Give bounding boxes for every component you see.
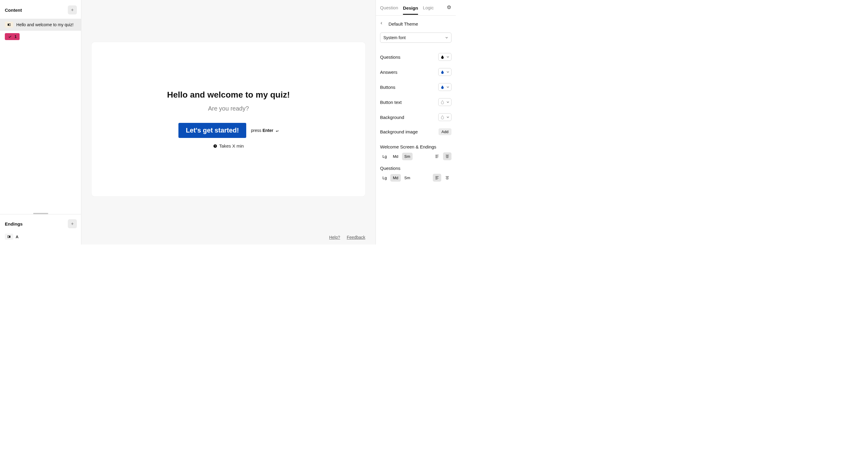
tab-logic[interactable]: Logic (423, 1, 434, 14)
questions-align-group (433, 174, 452, 181)
design-body: Default Theme System font Questions Answ… (376, 16, 456, 244)
drop-icon (440, 70, 444, 74)
ending-thumb (5, 234, 13, 240)
welcome-size-lg[interactable]: Lg (380, 153, 389, 160)
canvas-footer: Help? Feedback (329, 235, 365, 240)
align-center-icon (445, 154, 450, 158)
content-item-label: Hello and welcome to my quiz! (16, 22, 73, 28)
font-select-value: System font (383, 35, 406, 40)
label-background: Background (380, 115, 404, 120)
label-buttons: Buttons (380, 85, 396, 90)
sidebar-left: Content Hello and welcome to my quiz! 1 … (0, 0, 82, 244)
check-icon (8, 35, 12, 38)
row-answers-color: Answers (380, 64, 452, 79)
questions-controls: Lg Md Sm (380, 174, 452, 181)
svg-rect-0 (8, 24, 9, 26)
content-item-welcome[interactable]: Hello and welcome to my quiz! (0, 19, 81, 31)
content-header: Content (0, 0, 81, 19)
section-welcome-label: Welcome Screen & Endings (380, 144, 452, 150)
content-list: Hello and welcome to my quiz! 1 (0, 19, 81, 213)
welcome-size-md[interactable]: Md (390, 153, 401, 160)
questions-size-lg[interactable]: Lg (380, 174, 389, 181)
font-select[interactable]: System font (380, 33, 452, 43)
chevron-down-icon (446, 115, 450, 119)
label-questions: Questions (380, 55, 401, 60)
label-answers: Answers (380, 70, 398, 75)
color-background[interactable] (438, 113, 452, 121)
preview-card[interactable]: Hello and welcome to my quiz! Are you re… (92, 42, 365, 196)
cta-button[interactable]: Let's get started! (179, 123, 246, 138)
question-number: 1 (14, 34, 17, 39)
question-badge[interactable]: 1 (5, 33, 20, 40)
drop-icon (440, 55, 444, 59)
clock-icon (213, 144, 217, 148)
color-button-text[interactable] (438, 98, 452, 106)
welcome-align-left[interactable] (433, 153, 441, 160)
hint-enter: Enter (262, 128, 273, 133)
add-ending-button[interactable] (68, 219, 77, 228)
drop-outline-icon (440, 100, 444, 104)
plus-icon (70, 222, 74, 226)
cta-hint: press Enter ↵ (251, 128, 278, 133)
gear-icon (447, 5, 452, 10)
cta-row: Let's get started! press Enter ↵ (179, 123, 278, 138)
chevron-left-icon (380, 21, 383, 25)
chevron-down-icon (446, 86, 450, 89)
questions-size-md[interactable]: Md (390, 174, 401, 181)
plus-icon (70, 8, 74, 12)
welcome-align-group (433, 153, 452, 160)
row-questions-color: Questions (380, 49, 452, 64)
chevron-down-icon (446, 101, 450, 104)
label-button-text: Button text (380, 100, 402, 105)
endings-header: Endings (0, 214, 81, 232)
svg-rect-2 (8, 236, 9, 238)
welcome-size-sm[interactable]: Sm (402, 153, 413, 160)
row-background-image: Background image Add (380, 125, 452, 139)
welcome-controls: Lg Md Sm (380, 153, 452, 160)
welcome-size-group: Lg Md Sm (380, 153, 412, 160)
questions-align-left[interactable] (433, 174, 441, 181)
settings-button[interactable] (447, 5, 452, 11)
welcome-thumb (5, 22, 13, 28)
tab-design[interactable]: Design (403, 1, 418, 15)
svg-rect-3 (9, 236, 10, 238)
endings-title: Endings (5, 221, 23, 227)
layout-left-icon (7, 235, 11, 238)
align-left-icon (435, 154, 439, 158)
add-content-button[interactable] (68, 5, 77, 14)
tab-question[interactable]: Question (380, 1, 398, 14)
time-label: Takes X min (219, 143, 244, 148)
theme-row: Default Theme (380, 20, 452, 33)
align-left-icon (435, 175, 439, 180)
content-title: Content (5, 7, 22, 13)
canvas: Hello and welcome to my quiz! Are you re… (82, 0, 375, 244)
add-bg-image-button[interactable]: Add (438, 128, 452, 135)
row-button-text-color: Button text (380, 95, 452, 110)
design-tabs: Question Design Logic (376, 0, 456, 16)
questions-align-center[interactable] (443, 174, 452, 181)
feedback-link[interactable]: Feedback (347, 235, 365, 240)
card-subtitle[interactable]: Are you ready? (208, 105, 249, 112)
help-link[interactable]: Help? (329, 235, 340, 240)
theme-back-button[interactable] (380, 21, 383, 27)
questions-size-group: Lg Md Sm (380, 174, 412, 181)
chevron-down-icon (446, 70, 450, 73)
card-title[interactable]: Hello and welcome to my quiz! (167, 90, 290, 100)
hint-press: press (251, 128, 262, 133)
color-answers[interactable] (438, 68, 452, 76)
enter-glyph-icon: ↵ (273, 128, 278, 133)
question-badge-row: 1 (0, 31, 81, 42)
welcome-align-center[interactable] (443, 153, 452, 160)
time-row: Takes X min (213, 143, 244, 148)
row-background-color: Background (380, 110, 452, 125)
section-questions-label: Questions (380, 166, 452, 171)
color-questions[interactable] (438, 53, 452, 61)
questions-size-sm[interactable]: Sm (402, 174, 413, 181)
theme-name: Default Theme (389, 22, 418, 27)
ending-label: A (16, 235, 19, 239)
label-bg-image: Background image (380, 129, 418, 134)
ending-item[interactable]: A (0, 232, 81, 244)
svg-rect-1 (9, 24, 10, 26)
color-buttons[interactable] (438, 83, 452, 91)
row-buttons-color: Buttons (380, 79, 452, 95)
